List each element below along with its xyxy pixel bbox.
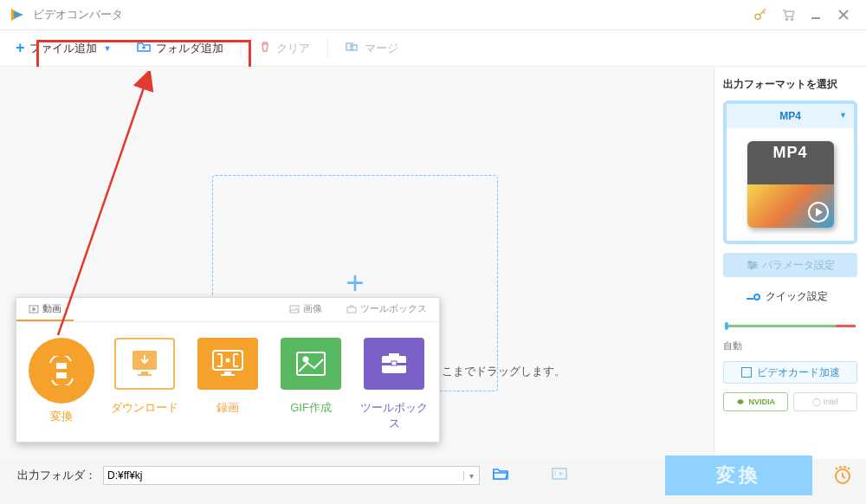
- gpu-nvidia-button[interactable]: NVIDIA: [723, 392, 788, 411]
- svg-rect-30: [391, 361, 397, 365]
- svg-rect-24: [224, 372, 231, 374]
- plus-icon: +: [16, 39, 25, 57]
- svg-rect-7: [351, 45, 357, 50]
- svg-rect-18: [56, 369, 67, 372]
- tab-video[interactable]: 動画: [16, 298, 74, 321]
- mode-convert[interactable]: 変換: [23, 338, 100, 431]
- svg-rect-14: [347, 307, 356, 313]
- svg-point-23: [226, 359, 230, 363]
- output-folder-dropdown[interactable]: ▾: [463, 471, 479, 481]
- auto-label: 自動: [723, 339, 857, 352]
- svg-point-10: [753, 264, 755, 267]
- add-folder-button[interactable]: フォルダ追加: [130, 41, 230, 56]
- close-icon[interactable]: [830, 1, 857, 29]
- folder-plus-icon: [137, 41, 151, 55]
- tab-image[interactable]: 画像: [277, 298, 334, 321]
- gpu-intel-button[interactable]: ◯Intel: [793, 392, 858, 411]
- svg-rect-26: [297, 352, 325, 375]
- cart-icon[interactable]: [774, 1, 802, 29]
- add-large-icon[interactable]: +: [346, 265, 364, 301]
- mode-popup: 動画 画像 ツールボックス 変換 ダウンロード 録画 GIF作成: [16, 297, 440, 443]
- svg-rect-20: [141, 372, 148, 374]
- gif-icon: [281, 338, 341, 390]
- mode-download[interactable]: ダウンロード: [107, 338, 183, 431]
- svg-point-2: [791, 18, 792, 20]
- list-icon[interactable]: [546, 467, 573, 485]
- svg-rect-25: [221, 374, 235, 376]
- titlebar: ビデオコンバータ: [0, 0, 866, 30]
- open-folder-icon[interactable]: [487, 467, 514, 485]
- quality-slider[interactable]: [725, 325, 856, 327]
- svg-rect-17: [67, 363, 69, 378]
- svg-rect-6: [346, 43, 352, 50]
- svg-point-1: [785, 18, 787, 20]
- drop-hint-text: こまでドラッグします。: [442, 364, 565, 379]
- chevron-down-icon: ▼: [839, 111, 847, 120]
- format-selected[interactable]: MP4 ▼: [727, 104, 854, 128]
- quick-icon: [753, 294, 760, 300]
- popup-tabs: 動画 画像 ツールボックス: [16, 298, 439, 322]
- format-thumbnail: MP4: [727, 128, 854, 241]
- download-icon: [114, 338, 175, 390]
- trash-icon: [259, 41, 271, 55]
- output-folder-label: 出力フォルダ：: [17, 468, 96, 483]
- add-file-button[interactable]: + ファイル追加 ▼: [9, 39, 118, 57]
- record-icon: [197, 338, 258, 390]
- gpu-vendor-row: NVIDIA ◯Intel: [723, 392, 857, 411]
- output-folder-field[interactable]: ▾: [103, 466, 480, 485]
- chip-icon: [741, 367, 752, 378]
- mode-record[interactable]: 録画: [190, 338, 266, 431]
- format-heading: 出力フォーマットを選択: [723, 77, 857, 92]
- format-picker[interactable]: MP4 ▼ MP4: [723, 100, 857, 244]
- param-settings-button[interactable]: パラメータ設定: [723, 253, 857, 277]
- chevron-down-icon[interactable]: ▼: [104, 44, 112, 53]
- quick-settings-label: クイック設定: [723, 289, 857, 304]
- svg-rect-13: [290, 306, 299, 313]
- svg-point-11: [750, 267, 753, 269]
- right-panel: 出力フォーマットを選択 MP4 ▼ MP4 パラメータ設定 クイック設定 自動: [714, 67, 866, 459]
- tab-toolbox[interactable]: ツールボックス: [334, 298, 439, 321]
- svg-point-0: [755, 14, 760, 19]
- toolbox-icon: [364, 338, 424, 390]
- play-icon: [808, 202, 829, 223]
- app-logo: [9, 6, 26, 23]
- mode-gif[interactable]: GIF作成: [273, 338, 349, 431]
- minimize-icon[interactable]: [802, 1, 830, 29]
- mode-toolbox[interactable]: ツールボックス: [356, 338, 432, 431]
- svg-point-9: [748, 262, 751, 264]
- output-folder-input[interactable]: [104, 469, 463, 481]
- toolbar: + ファイル追加 ▼ フォルダ追加 クリア マージ: [0, 30, 866, 67]
- merge-icon: [346, 41, 359, 55]
- clear-button[interactable]: クリア: [252, 41, 317, 56]
- gpu-accel-button[interactable]: ビデオカード加速: [723, 361, 857, 384]
- merge-button[interactable]: マージ: [339, 41, 405, 56]
- schedule-icon[interactable]: [819, 465, 866, 486]
- svg-rect-16: [54, 363, 56, 378]
- key-icon[interactable]: [746, 1, 774, 29]
- svg-point-27: [304, 358, 308, 362]
- svg-rect-21: [138, 374, 152, 376]
- app-title: ビデオコンバータ: [33, 7, 123, 23]
- bottom-bar: 出力フォルダ： ▾ 変換: [17, 459, 866, 492]
- convert-button[interactable]: 変換: [665, 456, 812, 495]
